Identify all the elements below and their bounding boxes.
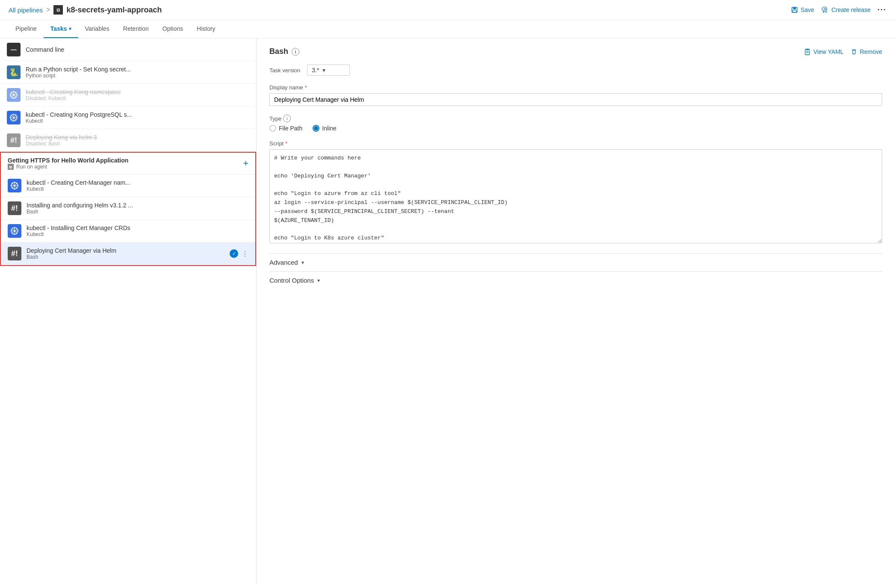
task-subtitle-deploying-cert-helm: Bash [27,254,224,260]
display-name-input[interactable] [269,93,882,106]
radio-circle-inline [313,125,319,132]
helm-wheel-icon [9,91,18,99]
task-item-kubectl-cert-crds[interactable]: kubectl - Installing Cert Manager CRDs K… [1,220,255,242]
control-options-chevron-icon: ▾ [317,278,320,284]
radio-file-path[interactable]: File Path [269,125,302,132]
kubectl-icon-kong-ns [7,88,21,102]
svg-line-23 [11,119,12,120]
svg-line-11 [15,96,16,98]
script-textarea[interactable]: # Write your commands here echo 'Deployi… [269,149,882,243]
task-item-helm-install[interactable]: #! Installing and configuring Helm v3.1.… [1,197,255,220]
task-name-kubectl-kong-ns: kubectl - Creating Kong namespace [26,89,249,95]
view-yaml-button[interactable]: View YAML [804,48,844,55]
control-options-collapsible[interactable]: Control Options ▾ [269,271,882,289]
svg-line-13 [11,96,12,98]
type-info-icon[interactable]: i [283,115,291,122]
task-subtitle-bash-kong-helm: Disabled: Bash [26,141,249,147]
task-name-cmdline: Command line [26,46,249,53]
advanced-collapsible[interactable]: Advanced ▾ [269,253,882,271]
svg-line-32 [16,183,17,184]
svg-line-22 [15,115,16,116]
save-button[interactable]: Save [791,6,814,13]
display-name-group: Display name * [269,84,882,106]
remove-button[interactable]: Remove [851,48,882,55]
all-pipelines-link[interactable]: All pipelines [9,6,43,14]
task-info-python: Run a Python script - Set Kong secret...… [26,66,249,79]
tab-pipeline[interactable]: Pipeline [9,20,44,38]
kubectl-icon-cert-crds [8,224,21,238]
task-info-kubectl-cert-crds: kubectl - Installing Cert Manager CRDs K… [27,225,248,237]
cmdline-icon: — [7,43,21,56]
task-name-kubectl-cert-crds: kubectl - Installing Cert Manager CRDs [27,225,248,231]
display-name-label: Display name * [269,84,882,91]
main-layout: — Command line 🐍 Run a Python script - S… [0,38,895,584]
bash-icon-kong-helm: #! [7,133,21,147]
right-title: Bash i [269,47,299,56]
task-item-kubectl-cert-manager[interactable]: kubectl - Creating Cert-Manager nam... K… [1,174,255,197]
task-item-bash-kong-helm[interactable]: #! Deploying Kong via helm 3 Disabled: B… [0,129,256,152]
task-item-kubectl-kong-ns[interactable]: kubectl - Creating Kong namespace Disabl… [0,84,256,106]
task-subtitle-kubectl-kong-ns: Disabled: Kubectl [26,95,249,101]
task-name-kubectl-kong-pg: kubectl - Creating Kong PostgreSQL s... [26,111,249,118]
tab-retention[interactable]: Retention [116,20,156,38]
breadcrumb: All pipelines > ⊟ k8-secrets-yaml-approa… [9,5,162,15]
task-item-cmdline[interactable]: — Command line [0,38,256,61]
radio-circle-file-path [269,125,276,132]
svg-rect-48 [853,50,855,54]
advanced-chevron-icon: ▾ [301,260,304,266]
task-version-label: Task version [269,67,300,74]
task-name-python: Run a Python script - Set Kong secret... [26,66,249,73]
task-dots-menu[interactable]: ⋮ [242,250,248,258]
stage-section: Getting HTTPS for Hello World Applicatio… [0,152,256,266]
tab-history[interactable]: History [190,20,222,38]
stage-subtitle: ▦ Run on agent [8,164,128,170]
right-panel-actions: View YAML Remove [804,48,882,55]
svg-line-12 [15,92,16,94]
task-name-kubectl-cert-manager: kubectl - Creating Cert-Manager nam... [27,179,248,186]
svg-point-35 [14,230,16,232]
svg-line-43 [12,232,13,233]
version-select-dropdown[interactable]: 3.* ▾ [307,65,350,76]
breadcrumb-separator: > [46,6,50,14]
nav-tabs: Pipeline Tasks ▾ Variables Retention Opt… [0,20,895,38]
stage-subtitle-text: Run on agent [16,164,47,170]
radio-label-file-path: File Path [279,125,302,132]
helm-wheel-icon-2 [9,113,18,122]
tab-tasks[interactable]: Tasks ▾ [44,20,78,38]
create-release-button[interactable]: Create release [821,6,871,14]
svg-rect-1 [793,7,796,9]
task-item-kubectl-kong-pg[interactable]: kubectl - Creating Kong PostgreSQL s... … [0,106,256,129]
tasks-chevron: ▾ [69,26,71,32]
trash-icon [851,48,857,55]
stage-name: Getting HTTPS for Hello World Applicatio… [8,157,128,164]
task-subtitle-python: Python script [26,73,249,79]
task-info-helm-install: Installing and configuring Helm v3.1.2 .… [27,202,248,215]
svg-line-10 [11,92,12,94]
task-item-deploying-cert-helm[interactable]: #! Deploying Cert Manager via Helm Bash … [1,242,255,265]
script-group: Script * # Write your commands here echo… [269,140,882,245]
svg-line-40 [12,228,13,230]
version-value: 3.* [312,67,319,74]
task-info-deploying-cert-helm: Deploying Cert Manager via Helm Bash [27,247,224,260]
stage-add-button[interactable]: + [243,158,248,169]
task-subtitle-kubectl-kong-pg: Kubectl [26,118,249,124]
tasks-tab-label: Tasks ▾ [50,25,71,32]
type-label: Type i [269,115,882,122]
svg-line-30 [12,183,13,184]
version-chevron-icon: ▾ [322,67,325,74]
svg-point-15 [13,117,15,119]
top-header: All pipelines > ⊟ k8-secrets-yaml-approa… [0,0,895,20]
more-options-button[interactable]: ··· [877,6,886,15]
right-panel-header: Bash i View YAML [269,47,882,56]
task-info-cmdline: Command line [26,46,249,53]
task-item-python[interactable]: 🐍 Run a Python script - Set Kong secret.… [0,61,256,84]
radio-inline[interactable]: Inline [313,125,336,132]
tab-variables[interactable]: Variables [78,20,116,38]
type-group: Type i File Path Inline [269,115,882,132]
task-actions-deploying-cert-helm: ✓ ⋮ [230,249,248,258]
stage-info: Getting HTTPS for Hello World Applicatio… [8,157,128,170]
svg-line-31 [16,187,17,188]
pipeline-icon: ⊟ [53,5,63,15]
bash-info-icon[interactable]: i [292,48,299,56]
tab-options[interactable]: Options [156,20,190,38]
